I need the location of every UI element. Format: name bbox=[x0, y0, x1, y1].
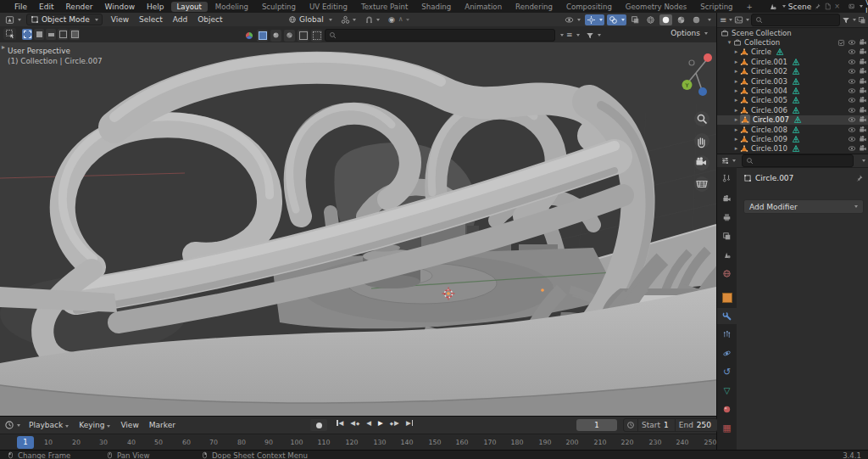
select-mode-intersect[interactable] bbox=[70, 29, 80, 40]
render-camera-icon[interactable] bbox=[859, 115, 867, 124]
tab-particles[interactable] bbox=[717, 327, 737, 343]
tab-modifiers-active[interactable] bbox=[717, 308, 737, 324]
render-camera-icon[interactable] bbox=[859, 135, 867, 143]
menu-window[interactable]: Window bbox=[99, 3, 142, 11]
tab-sculpting[interactable]: Sculpting bbox=[256, 2, 302, 12]
next-keyframe-button[interactable]: ◆▶ bbox=[387, 419, 402, 427]
render-camera-icon[interactable] bbox=[859, 87, 867, 95]
shading-material-button[interactable] bbox=[675, 14, 687, 25]
pin-icon[interactable] bbox=[814, 3, 821, 10]
outliner-row-object[interactable]: ▸Circle.003 bbox=[717, 76, 868, 86]
tab-constraints[interactable]: ↺ bbox=[717, 364, 737, 380]
outliner-row-object[interactable]: ▸Circle.004 bbox=[717, 86, 868, 95]
properties-search-input[interactable] bbox=[742, 154, 854, 167]
exclude-checkbox-icon[interactable] bbox=[837, 39, 845, 47]
hide-eye-icon[interactable] bbox=[848, 106, 856, 115]
render-camera-icon[interactable] bbox=[859, 96, 867, 104]
tab-physics[interactable] bbox=[717, 345, 737, 361]
outliner-row-object[interactable]: ▸Circle.005 bbox=[717, 96, 868, 105]
disclosure-icon[interactable]: ▸ bbox=[732, 97, 740, 104]
timeline-editor-type[interactable] bbox=[4, 420, 20, 430]
editor-type-button[interactable] bbox=[3, 14, 23, 25]
tab-render[interactable] bbox=[717, 191, 737, 207]
tab-world[interactable] bbox=[717, 266, 737, 282]
tab-rendering[interactable]: Rendering bbox=[509, 2, 559, 12]
render-camera-icon[interactable] bbox=[859, 144, 867, 153]
tab-tool[interactable] bbox=[717, 171, 737, 187]
tab-uv-editing[interactable]: UV Editing bbox=[303, 2, 353, 12]
tab-material[interactable] bbox=[717, 401, 737, 417]
object-visibility-dropdown[interactable] bbox=[563, 14, 582, 25]
menu-edit[interactable]: Edit bbox=[33, 3, 59, 11]
hide-eye-icon[interactable] bbox=[848, 67, 856, 76]
tab-texture[interactable]: ▦ bbox=[717, 420, 737, 436]
outliner-row-scene-collection[interactable]: Scene Collection bbox=[717, 28, 868, 37]
use-preview-range-icon[interactable] bbox=[626, 421, 635, 429]
object-origin-dot[interactable] bbox=[447, 292, 450, 295]
menu-keying[interactable]: Keying bbox=[74, 421, 115, 429]
hide-eye-icon[interactable] bbox=[848, 58, 856, 66]
shading-solid-button[interactable] bbox=[659, 14, 672, 25]
play-reverse-button[interactable]: ◀ bbox=[364, 419, 374, 427]
options-menu[interactable]: Options bbox=[670, 29, 708, 37]
render-camera-icon[interactable] bbox=[859, 67, 867, 76]
search-dropdown-icon[interactable] bbox=[560, 34, 564, 36]
hide-eye-icon[interactable] bbox=[848, 77, 856, 86]
object-origin-dot[interactable] bbox=[541, 288, 544, 292]
show-gizmo-toggle[interactable] bbox=[585, 14, 604, 25]
add-workspace-button[interactable]: + bbox=[741, 2, 759, 12]
new-scene-icon[interactable] bbox=[824, 3, 832, 10]
outliner-search-input[interactable] bbox=[751, 14, 840, 26]
properties-options-icon[interactable] bbox=[862, 160, 865, 162]
hide-eye-icon[interactable] bbox=[848, 115, 856, 124]
play-button[interactable]: ▶ bbox=[376, 419, 386, 427]
current-frame-field[interactable]: 1 bbox=[576, 419, 617, 431]
render-camera-icon[interactable] bbox=[859, 106, 867, 115]
properties-editor-type[interactable] bbox=[721, 156, 736, 165]
tab-scene[interactable] bbox=[717, 247, 737, 263]
data-ball-icon[interactable] bbox=[244, 31, 254, 41]
xray-toggle[interactable] bbox=[629, 14, 642, 25]
shading-rendered-button[interactable] bbox=[690, 14, 703, 25]
add-modifier-button[interactable]: Add Modifier bbox=[743, 199, 864, 214]
render-camera-icon[interactable] bbox=[859, 77, 867, 86]
filter-toggle-grid[interactable] bbox=[311, 30, 322, 42]
filter-toggle-brush[interactable] bbox=[284, 30, 295, 42]
disclosure-icon[interactable]: ▸ bbox=[732, 78, 740, 85]
select-mode-subtract[interactable] bbox=[46, 29, 56, 40]
camera-view-icon[interactable] bbox=[694, 155, 709, 171]
select-mode-set[interactable] bbox=[22, 29, 32, 40]
disclosure-icon[interactable]: ▸ bbox=[732, 68, 740, 75]
toolbar-search-input[interactable] bbox=[325, 29, 555, 42]
disclosure-open-icon[interactable]: ▾ bbox=[726, 39, 733, 46]
outliner-row-object[interactable]: ▸Circle.001 bbox=[717, 57, 868, 66]
toolbar-expand-icon[interactable]: ▸ bbox=[2, 44, 5, 51]
hide-eye-icon[interactable] bbox=[848, 144, 856, 153]
active-tool-button[interactable] bbox=[3, 28, 16, 40]
hide-eye-icon[interactable] bbox=[848, 87, 856, 95]
hide-eye-icon[interactable] bbox=[848, 135, 856, 143]
hide-eye-icon[interactable] bbox=[848, 48, 856, 56]
prev-keyframe-button[interactable]: ◀◆ bbox=[348, 419, 362, 427]
timeline-ruler[interactable]: 1 10 20 30 40 50 60 70 80 90 100 110 120… bbox=[0, 434, 716, 451]
tab-scripting[interactable]: Scripting bbox=[694, 2, 738, 12]
disclosure-icon[interactable]: ▸ bbox=[732, 126, 740, 133]
tab-texture-paint[interactable]: Texture Paint bbox=[355, 2, 414, 12]
tab-view-layer[interactable] bbox=[717, 228, 737, 244]
end-frame-field[interactable]: 250 bbox=[697, 421, 717, 429]
orthographic-grid-icon[interactable] bbox=[694, 176, 709, 192]
snapping-button[interactable] bbox=[364, 14, 380, 25]
hide-eye-icon[interactable] bbox=[848, 96, 856, 104]
library-override-icon[interactable] bbox=[858, 16, 866, 25]
tab-layout[interactable]: Layout bbox=[171, 2, 208, 12]
menu-render[interactable]: Render bbox=[60, 3, 99, 11]
disclosure-icon[interactable]: ▸ bbox=[732, 48, 740, 55]
outliner-row-object[interactable]: ▸Circle.010 bbox=[717, 144, 868, 154]
menu-help[interactable]: Help bbox=[141, 3, 170, 11]
outliner-filter-button[interactable] bbox=[842, 16, 856, 25]
render-camera-icon[interactable] bbox=[859, 58, 867, 66]
falloff-button[interactable]: ∧ bbox=[398, 16, 409, 23]
disclosure-icon[interactable]: ▸ bbox=[732, 136, 740, 143]
tab-compositing[interactable]: Compositing bbox=[560, 2, 618, 12]
sort-button[interactable]: ≡ bbox=[566, 31, 580, 39]
